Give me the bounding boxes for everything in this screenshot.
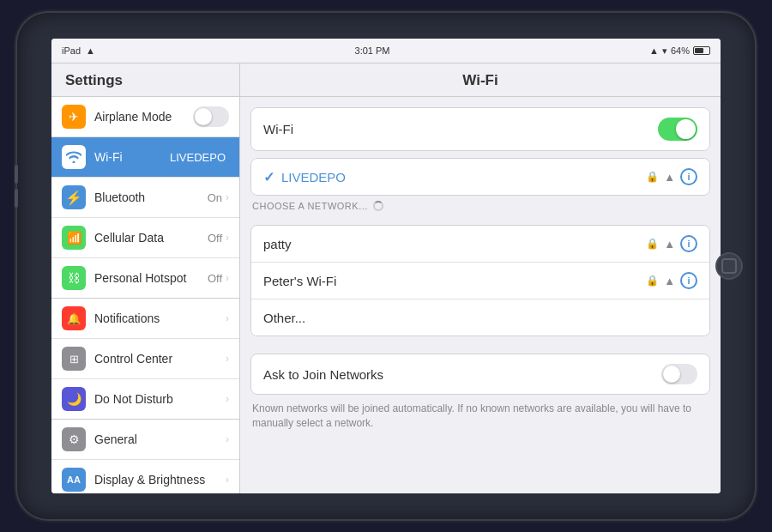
ask-join-toggle[interactable] (661, 364, 697, 384)
wifi-icon-status: ▾ (662, 45, 667, 57)
general-label: General (94, 432, 226, 446)
connected-network-label: LIVEDEPO (281, 170, 646, 184)
sidebar-section-system: 🔔 Notifications › ⊞ Control Center › 🌙 D… (51, 299, 239, 420)
sidebar-item-bluetooth[interactable]: ⚡ Bluetooth On › (51, 178, 239, 218)
bluetooth-label: Bluetooth (94, 190, 208, 204)
display-label: Display & Brightness (94, 473, 226, 487)
connected-wifi-icon: ▲ (664, 171, 675, 184)
sidebar-item-do-not-disturb[interactable]: 🌙 Do Not Disturb › (51, 379, 239, 419)
patty-lock-icon: 🔒 (646, 238, 659, 250)
wifi-main-toggle[interactable] (658, 118, 697, 141)
sidebar-item-notifications[interactable]: 🔔 Notifications › (51, 299, 239, 339)
sidebar-item-airplane-mode[interactable]: ✈ Airplane Mode (51, 97, 239, 137)
networks-section: patty 🔒 ▲ i Peter's Wi-Fi 🔒 ▲ i (250, 225, 710, 336)
sidebar-item-cellular[interactable]: 📶 Cellular Data Off › (51, 218, 239, 258)
ipad-screen: iPad ▲ 3:01 PM ▲ ▾ 64% Settings (51, 39, 721, 493)
notifications-chevron: › (226, 312, 229, 324)
connected-lock-icon: 🔒 (646, 171, 659, 183)
location-icon: ▲ (649, 45, 659, 56)
ask-join-section: Ask to Join Networks (250, 354, 710, 395)
display-icon: AA (62, 468, 86, 492)
wifi-main-row[interactable]: Wi-Fi (251, 108, 709, 150)
do-not-disturb-chevron: › (226, 393, 229, 405)
network-patty-label: patty (263, 237, 646, 251)
peters-lock-icon: 🔒 (646, 275, 659, 287)
hotspot-chevron: › (226, 272, 229, 284)
device-label: iPad (62, 45, 81, 56)
sidebar-item-control-center[interactable]: ⊞ Control Center › (51, 339, 239, 379)
right-panel: Wi-Fi Wi-Fi ✓ LIVEDEPO (240, 63, 721, 493)
airplane-mode-icon: ✈ (62, 105, 86, 129)
sidebar-section-personalization: ⚙ General › AA Display & Brightness › ❋ … (51, 420, 239, 493)
do-not-disturb-label: Do Not Disturb (94, 392, 226, 406)
connected-network-icons: 🔒 ▲ i (646, 168, 697, 185)
sidebar-item-wifi[interactable]: Wi-Fi LIVEDEPO (51, 137, 239, 178)
cellular-icon: 📶 (62, 226, 86, 250)
airplane-mode-label: Airplane Mode (94, 110, 193, 124)
status-bar: iPad ▲ 3:01 PM ▲ ▾ 64% (51, 39, 721, 63)
airplane-mode-toggle[interactable] (193, 106, 229, 127)
wifi-row-label: Wi-Fi (263, 122, 658, 136)
home-button-inner (721, 258, 737, 274)
ask-join-label: Ask to Join Networks (263, 367, 661, 382)
connected-network-section: ✓ LIVEDEPO 🔒 ▲ i (250, 158, 710, 196)
patty-wifi-icon: ▲ (664, 238, 675, 251)
sidebar-title: Settings (51, 63, 239, 97)
status-time: 3:01 PM (355, 45, 390, 56)
peters-icons: 🔒 ▲ i (646, 272, 697, 289)
hotspot-value: Off (208, 272, 222, 285)
loading-spinner (373, 201, 383, 211)
panel-title: Wi-Fi (240, 63, 721, 97)
choose-network-label: CHOOSE A NETWORK... (240, 196, 721, 215)
volume-buttons (15, 165, 18, 208)
connected-info-button[interactable]: i (680, 168, 697, 185)
wifi-signal-icon: ▲ (86, 45, 95, 56)
general-icon: ⚙ (62, 427, 86, 451)
display-chevron: › (226, 474, 229, 486)
checkmark-icon: ✓ (263, 169, 274, 185)
do-not-disturb-icon: 🌙 (62, 387, 86, 411)
hotspot-icon: ⛓ (62, 266, 86, 290)
main-content: Settings ✈ Airplane Mode (51, 63, 721, 493)
control-center-icon: ⊞ (62, 347, 86, 371)
patty-info-button[interactable]: i (680, 235, 697, 252)
peters-wifi-icon: ▲ (664, 275, 675, 287)
network-row-peters[interactable]: Peter's Wi-Fi 🔒 ▲ i (251, 263, 709, 299)
bluetooth-value: On (208, 191, 222, 204)
network-other-label: Other... (263, 311, 697, 325)
sidebar-item-general[interactable]: ⚙ General › (51, 420, 239, 460)
peters-info-button[interactable]: i (680, 272, 697, 289)
sidebar-item-display[interactable]: AA Display & Brightness › (51, 460, 239, 493)
battery-label: 64% (671, 45, 690, 56)
network-row-other[interactable]: Other... (251, 299, 709, 336)
cellular-value: Off (208, 232, 222, 245)
wifi-label: Wi-Fi (94, 150, 170, 164)
sidebar: Settings ✈ Airplane Mode (51, 63, 240, 493)
bluetooth-icon: ⚡ (62, 185, 86, 209)
wifi-toggle-section: Wi-Fi (250, 107, 710, 151)
sidebar-section-network: ✈ Airplane Mode Wi-Fi (51, 97, 239, 299)
battery-icon (693, 46, 710, 55)
wifi-icon (62, 145, 86, 169)
notifications-icon: 🔔 (62, 306, 86, 330)
cellular-label: Cellular Data (94, 231, 208, 245)
status-right: ▲ ▾ 64% (649, 45, 710, 57)
control-center-chevron: › (226, 353, 229, 365)
general-chevron: › (226, 433, 229, 445)
patty-icons: 🔒 ▲ i (646, 235, 697, 252)
hotspot-label: Personal Hotspot (94, 271, 208, 285)
ask-join-row[interactable]: Ask to Join Networks (251, 354, 709, 394)
sidebar-item-hotspot[interactable]: ⛓ Personal Hotspot Off › (51, 258, 239, 298)
network-peters-label: Peter's Wi-Fi (263, 274, 646, 288)
status-left: iPad ▲ (62, 45, 95, 56)
connected-network-row[interactable]: ✓ LIVEDEPO 🔒 ▲ i (251, 159, 709, 195)
ipad-frame: iPad ▲ 3:01 PM ▲ ▾ 64% Settings (17, 13, 755, 519)
cellular-chevron: › (226, 232, 229, 244)
bluetooth-chevron: › (226, 191, 229, 203)
network-row-patty[interactable]: patty 🔒 ▲ i (251, 226, 709, 263)
choose-label-text: CHOOSE A NETWORK... (252, 201, 368, 211)
home-button[interactable] (715, 252, 743, 280)
notifications-label: Notifications (94, 311, 226, 325)
wifi-value: LIVEDEPO (170, 151, 226, 164)
ask-join-info: Known networks will be joined automatica… (240, 395, 721, 441)
